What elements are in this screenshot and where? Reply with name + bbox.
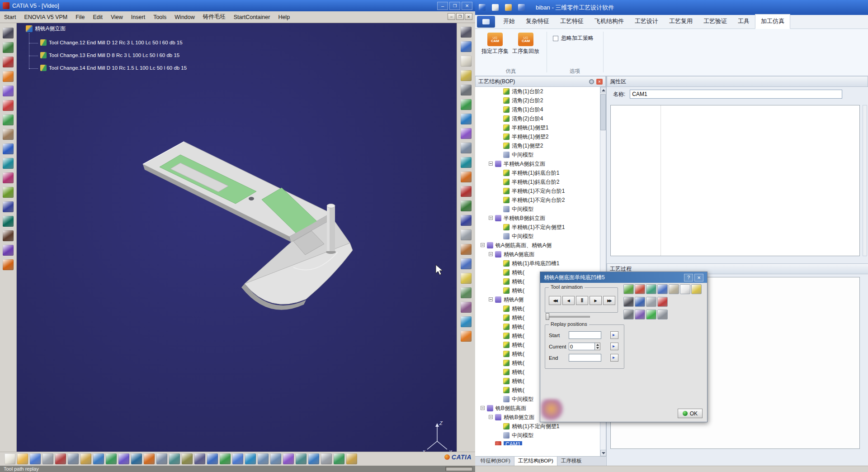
multi-view-icon[interactable] [296,453,307,464]
ribbon-tab[interactable]: 飞机结构件 [589,14,629,29]
camera-capture-icon[interactable] [461,85,472,95]
iso-view-icon[interactable] [461,99,472,110]
current-input[interactable] [569,343,595,350]
pin-icon[interactable] [589,79,594,84]
ignore-strategy-checkbox[interactable] [553,36,558,41]
align-icon[interactable] [182,453,193,464]
tree-item[interactable]: 半精铣(1)斜底台阶1 [475,168,600,177]
filter-icon[interactable] [461,302,472,313]
expander-icon[interactable] [489,252,493,256]
open-icon[interactable] [505,4,512,11]
ribbon-tab[interactable]: 开始 [498,14,520,29]
constraint-icon[interactable] [461,200,472,211]
menu-item[interactable]: File [71,13,89,22]
camera-icon[interactable] [623,310,634,319]
scroll-thumb[interactable] [600,94,606,130]
tree-item[interactable]: 半精铣(1)不定向侧壁1 [475,223,600,232]
notes-icon[interactable] [461,70,472,81]
process-tree-icon[interactable] [3,42,14,53]
play-icon[interactable] [590,296,602,305]
undo-icon[interactable] [93,453,104,464]
menu-item[interactable]: StartContainer [230,13,274,22]
replay-slider-track[interactable] [547,316,590,318]
material-removal-icon[interactable] [646,284,656,294]
tree-item[interactable]: 铣A侧筋高面、精铣A侧 [475,241,600,250]
fit-all-icon[interactable] [220,453,231,464]
tree-item[interactable]: 半精铣A侧斜立面 [475,159,600,168]
skip-end-icon[interactable] [603,296,615,305]
compass-icon[interactable] [461,331,472,342]
axis-system-icon[interactable] [3,245,14,256]
new-icon[interactable] [492,4,499,11]
pan-view-icon[interactable] [461,41,472,52]
snap-icon[interactable] [194,453,205,464]
skip-start-icon[interactable] [549,296,561,305]
contouring-icon[interactable] [3,187,14,198]
menu-item[interactable]: 铸件毛坯 [199,12,230,22]
menu-item[interactable]: ENOVIA V5 VPM [20,13,71,22]
cursor-icon[interactable] [461,27,472,38]
tree-item[interactable]: 中间模型 [475,232,600,241]
ribbon-tab[interactable]: 工艺验证 [698,14,732,29]
paste-icon[interactable] [80,453,91,464]
axis-icon[interactable] [461,215,472,226]
menu-item[interactable]: Help [274,13,294,22]
properties-scrollbar[interactable] [863,105,867,256]
insert-operation-icon[interactable] [3,100,14,111]
current-browse-button[interactable] [610,343,618,350]
mdi-minimize-button[interactable] [448,13,455,20]
copy-icon[interactable] [68,453,79,464]
start-browse-button[interactable] [610,331,618,339]
measure-icon[interactable] [346,453,357,464]
app-menu-button[interactable] [477,16,495,28]
video-projector-icon[interactable] [623,297,634,307]
hide-show-icon[interactable] [334,453,344,464]
material-icon[interactable] [3,86,14,96]
expander-icon[interactable] [489,216,493,220]
nc-output-icon[interactable] [3,259,14,270]
tree-item[interactable]: 中间模型 [475,205,600,214]
bottom-tab[interactable]: 工艺结构(BOP) [514,456,557,466]
viewport-3d[interactable]: 精铣A侧立面 Tool Change.12 End Mill D 12 Rc 3… [17,23,457,452]
page-setup-icon[interactable] [461,56,472,67]
tree-item[interactable]: 半精铣(1)不定向台阶2 [475,195,600,205]
select-icon[interactable] [3,28,14,38]
pan-icon[interactable] [232,453,243,464]
shaded-view-icon[interactable] [461,114,472,124]
scroll-up-icon[interactable] [600,87,606,93]
opset-replay-button[interactable]: UG CAM 工序集回放 [511,33,540,55]
film-icon[interactable] [635,310,645,319]
menu-item[interactable]: View [107,13,127,22]
menu-item[interactable]: Tools [149,13,170,22]
tree-item[interactable]: 清角(2)台阶2 [475,96,600,105]
trim-icon[interactable] [461,244,472,255]
tree-item[interactable]: 清角(1)侧壁2 [475,141,600,150]
ribbon-tab[interactable]: 加工仿真 [755,14,790,29]
tree-item[interactable]: 半精铣(1)侧壁1 [475,123,600,132]
tree-item[interactable]: 半精铣(1)斜底台阶2 [475,177,600,186]
open-file-icon[interactable] [17,453,28,464]
minimize-button[interactable] [437,2,448,10]
save-icon[interactable] [518,4,525,11]
multi-axis-icon[interactable] [3,216,14,227]
maximize-button[interactable] [449,2,460,10]
expander-icon[interactable] [481,243,485,247]
toolpath-replay-icon[interactable] [623,284,634,294]
ribbon-tab[interactable]: 工艺复用 [664,14,698,29]
save-result-icon[interactable] [635,297,645,307]
help-icon[interactable] [118,453,129,464]
tree-item[interactable]: 清角(2)台阶4 [475,114,600,123]
cylinder-view-icon[interactable] [461,128,472,139]
name-input[interactable] [630,90,842,99]
pencil-icon[interactable] [691,284,702,294]
options-icon[interactable] [657,310,668,319]
ribbon-tab[interactable]: 工艺设计 [629,14,664,29]
close-button[interactable] [462,2,472,10]
simulate-icon[interactable] [3,114,14,125]
help-button[interactable]: ? [684,274,693,281]
expander-icon[interactable] [489,297,493,301]
properties-list[interactable] [610,105,860,256]
tree-item[interactable]: 中间模型 [475,431,600,440]
accept-icon[interactable] [646,310,656,319]
window-icon[interactable] [479,4,486,11]
